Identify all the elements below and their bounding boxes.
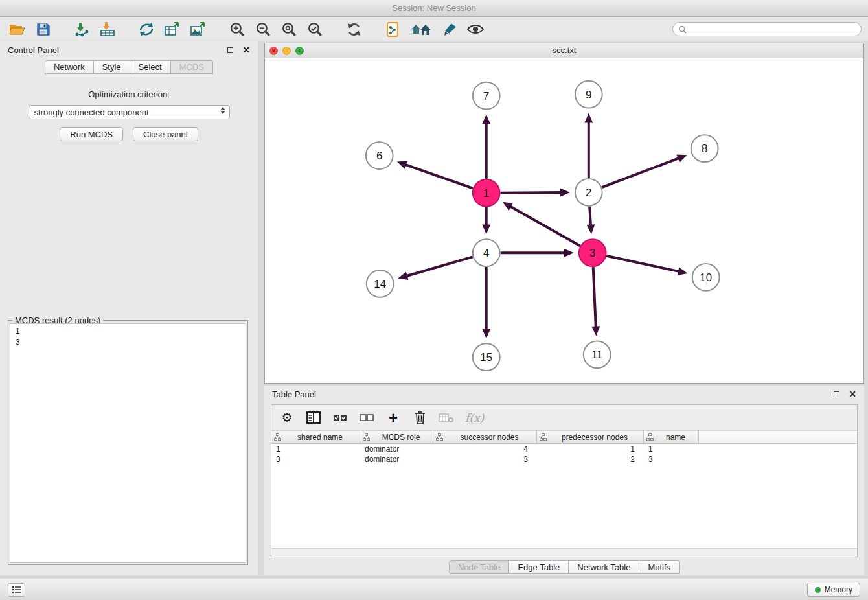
minimize-window-icon[interactable]: −	[282, 47, 291, 55]
select-all-columns-button[interactable]	[332, 409, 348, 427]
style-brush-button[interactable]	[439, 19, 460, 39]
memory-button[interactable]: Memory	[807, 583, 860, 597]
unchecked-boxes-icon	[360, 414, 374, 422]
graph-node-15[interactable]: 15	[473, 343, 500, 371]
graph-edge-1-7[interactable]	[482, 114, 490, 178]
svg-text:1: 1	[483, 187, 489, 200]
float-panel-icon[interactable]	[227, 47, 233, 53]
search-input[interactable]	[690, 25, 856, 34]
brush-icon	[442, 21, 458, 38]
search-box[interactable]	[672, 22, 862, 36]
delete-column-button[interactable]	[439, 409, 454, 427]
show-hide-button[interactable]	[465, 19, 486, 39]
graph-edge-2-3[interactable]	[587, 207, 595, 235]
table-row[interactable]: 1 dominator 4 1 1	[271, 444, 857, 454]
open-folder-icon	[8, 22, 25, 37]
close-table-panel-icon[interactable]: ✕	[849, 389, 856, 398]
close-panel-button[interactable]: Close panel	[133, 127, 198, 141]
plus-icon: +	[389, 410, 398, 426]
graph-node-6[interactable]: 6	[366, 142, 393, 169]
graph-node-4[interactable]: 4	[473, 239, 500, 266]
graph-node-10[interactable]: 10	[692, 264, 720, 291]
columns-icon	[306, 411, 321, 424]
graph-edge-4-15[interactable]	[482, 267, 490, 338]
optimization-criterion-select[interactable]: strongly connected component	[29, 105, 230, 119]
save-session-button[interactable]	[32, 19, 53, 39]
graph-edge-3-10[interactable]	[606, 256, 687, 275]
graph-edge-1-2[interactable]	[501, 189, 570, 197]
graph-edge-1-4[interactable]	[482, 207, 490, 235]
dropdown-arrows-icon	[220, 107, 225, 114]
eye-icon	[466, 22, 485, 36]
home-layout-button[interactable]	[408, 19, 434, 39]
column-header-shared-name[interactable]: shared name	[271, 431, 360, 443]
cell-predecessor-nodes: 2	[537, 454, 644, 465]
graph-edge-2-9[interactable]	[584, 113, 593, 178]
apply-style-button[interactable]	[382, 19, 403, 39]
show-columns-button[interactable]	[306, 409, 321, 427]
tab-style[interactable]: Style	[94, 60, 130, 74]
network-window-titlebar[interactable]: × − + scc.txt	[265, 43, 863, 58]
first-neighbors-button[interactable]	[136, 19, 157, 39]
graph-node-7[interactable]: 7	[473, 82, 500, 110]
mcds-result-group: MCDS result (2 nodes) 1 3	[8, 320, 248, 565]
graph-node-9[interactable]: 9	[575, 81, 602, 108]
tab-edge-table[interactable]: Edge Table	[509, 560, 569, 574]
graph-edge-2-8[interactable]	[602, 155, 687, 187]
table-settings-button[interactable]: ⚙	[279, 409, 295, 427]
graph-node-8[interactable]: 8	[691, 135, 718, 162]
memory-status-icon	[815, 587, 821, 593]
memory-label: Memory	[825, 585, 852, 594]
zoom-selected-button[interactable]	[304, 19, 325, 39]
import-network-button[interactable]	[71, 19, 92, 39]
cell-name: 1	[644, 444, 699, 454]
search-icon	[678, 25, 687, 34]
column-header-mcds-role[interactable]: MCDS role	[360, 431, 433, 443]
column-header-name[interactable]: name	[644, 431, 699, 443]
graph-node-3[interactable]: 3	[579, 239, 606, 266]
mcds-result-list[interactable]: 1 3	[10, 323, 246, 563]
task-history-button[interactable]	[8, 583, 25, 597]
graph-node-11[interactable]: 11	[584, 341, 611, 368]
graph-edge-3-11[interactable]	[591, 267, 600, 336]
close-panel-icon[interactable]: ✕	[242, 45, 250, 54]
close-window-icon[interactable]: ×	[269, 47, 278, 55]
tab-network-table[interactable]: Network Table	[569, 560, 639, 574]
gear-icon: ⚙	[281, 411, 292, 424]
zoom-in-button[interactable]	[227, 19, 247, 39]
graph-edge-4-3[interactable]	[501, 249, 574, 257]
column-header-predecessor-nodes[interactable]: predecessor nodes	[537, 431, 644, 443]
export-table-button[interactable]	[162, 19, 183, 39]
tab-mcds[interactable]: MCDS	[171, 60, 213, 74]
svg-text:2: 2	[586, 187, 591, 199]
network-graph[interactable]: 7968124314101511	[265, 58, 863, 383]
tab-motifs[interactable]: Motifs	[639, 560, 680, 574]
deselect-all-columns-button[interactable]	[359, 409, 374, 427]
tab-node-table[interactable]: Node Table	[449, 560, 510, 574]
run-mcds-button[interactable]: Run MCDS	[60, 127, 123, 141]
tab-network[interactable]: Network	[45, 60, 94, 74]
open-session-button[interactable]	[6, 19, 27, 39]
column-header-successor-nodes[interactable]: successor nodes	[433, 431, 537, 443]
import-table-button[interactable]	[97, 19, 118, 39]
zoom-out-button[interactable]	[253, 19, 273, 39]
graph-node-2[interactable]: 2	[575, 179, 602, 206]
function-builder-button[interactable]: f(x)	[465, 409, 484, 427]
app-titlebar[interactable]: Session: New Session	[0, 0, 868, 17]
table-horizontal-scrollbar[interactable]	[271, 548, 857, 557]
float-table-panel-icon[interactable]	[834, 391, 839, 397]
table-row[interactable]: 3 dominator 3 2 3	[271, 454, 857, 465]
graph-edge-1-6[interactable]	[397, 161, 473, 188]
maximize-window-icon[interactable]: +	[295, 47, 304, 55]
graph-edge-3-1[interactable]	[503, 202, 580, 246]
graph-node-1[interactable]: 1	[473, 179, 500, 207]
graph-node-14[interactable]: 14	[367, 270, 394, 297]
delete-row-button[interactable]	[412, 409, 428, 427]
add-column-button[interactable]: +	[385, 409, 401, 427]
tab-select[interactable]: Select	[130, 60, 171, 74]
refresh-view-button[interactable]	[343, 19, 364, 39]
mcds-result-line: 3	[16, 337, 240, 348]
graph-edge-4-14[interactable]	[398, 257, 472, 280]
export-image-button[interactable]	[188, 19, 209, 39]
zoom-fit-button[interactable]	[279, 19, 299, 39]
